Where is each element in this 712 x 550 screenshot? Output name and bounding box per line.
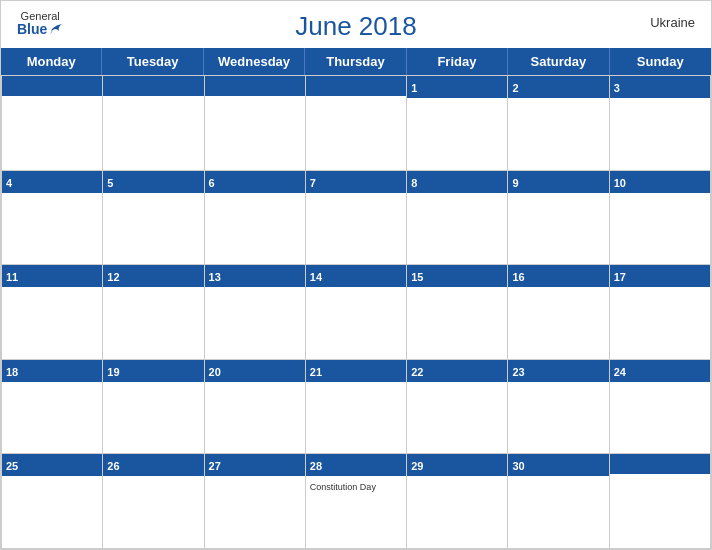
logo-blue-text: Blue <box>17 22 63 36</box>
holiday-label: Constitution Day <box>310 482 402 492</box>
cell-header: 28 <box>306 454 406 476</box>
calendar-cell: 5 <box>103 171 204 266</box>
calendar-cell <box>2 76 103 171</box>
cell-number: 28 <box>310 460 322 472</box>
cell-number: 7 <box>310 177 316 189</box>
cell-number: 9 <box>512 177 518 189</box>
cell-header <box>205 76 305 96</box>
cell-header: 23 <box>508 360 608 382</box>
cell-number: 20 <box>209 366 221 378</box>
calendar-cell <box>610 454 711 549</box>
cell-number: 23 <box>512 366 524 378</box>
calendar-cell: 17 <box>610 265 711 360</box>
cell-number: 2 <box>512 82 518 94</box>
cell-header: 3 <box>610 76 710 98</box>
calendar-cell: 4 <box>2 171 103 266</box>
cell-number: 10 <box>614 177 626 189</box>
cell-number: 3 <box>614 82 620 94</box>
calendar-cell: 20 <box>205 360 306 455</box>
cell-number: 18 <box>6 366 18 378</box>
country-label: Ukraine <box>650 15 695 30</box>
calendar-cell: 13 <box>205 265 306 360</box>
cell-number: 17 <box>614 271 626 283</box>
cell-header: 17 <box>610 265 710 287</box>
cell-header: 4 <box>2 171 102 193</box>
cell-number: 14 <box>310 271 322 283</box>
calendar-cell: 29 <box>407 454 508 549</box>
calendar-cell: 11 <box>2 265 103 360</box>
calendar-cell: 26 <box>103 454 204 549</box>
cell-number: 5 <box>107 177 113 189</box>
calendar-cell: 2 <box>508 76 609 171</box>
calendar-cell: 24 <box>610 360 711 455</box>
cell-number: 22 <box>411 366 423 378</box>
cell-number: 4 <box>6 177 12 189</box>
cell-header: 2 <box>508 76 608 98</box>
cell-header: 26 <box>103 454 203 476</box>
calendar-cell: 27 <box>205 454 306 549</box>
cell-number: 13 <box>209 271 221 283</box>
cell-header <box>306 76 406 96</box>
cell-header: 9 <box>508 171 608 193</box>
cell-header: 18 <box>2 360 102 382</box>
calendar-cell <box>205 76 306 171</box>
cell-number: 8 <box>411 177 417 189</box>
cell-header: 12 <box>103 265 203 287</box>
calendar-cell: 6 <box>205 171 306 266</box>
cell-header: 19 <box>103 360 203 382</box>
cell-header <box>103 76 203 96</box>
cell-number: 19 <box>107 366 119 378</box>
cell-header: 29 <box>407 454 507 476</box>
calendar-cell: 28Constitution Day <box>306 454 407 549</box>
cell-header: 30 <box>508 454 608 476</box>
calendar-cell: 22 <box>407 360 508 455</box>
day-name-friday: Friday <box>407 48 508 75</box>
cell-header: 5 <box>103 171 203 193</box>
cell-header: 11 <box>2 265 102 287</box>
cell-number: 29 <box>411 460 423 472</box>
calendar-cell: 21 <box>306 360 407 455</box>
day-name-saturday: Saturday <box>508 48 609 75</box>
cell-header: 14 <box>306 265 406 287</box>
calendar-cell <box>306 76 407 171</box>
calendar-cell: 1 <box>407 76 508 171</box>
cell-header: 24 <box>610 360 710 382</box>
cell-header: 1 <box>407 76 507 98</box>
calendar-grid: 1234567891011121314151617181920212223242… <box>1 75 711 549</box>
cell-header: 6 <box>205 171 305 193</box>
calendar-cell: 19 <box>103 360 204 455</box>
calendar-cell: 7 <box>306 171 407 266</box>
cell-header: 10 <box>610 171 710 193</box>
cell-header: 16 <box>508 265 608 287</box>
calendar-cell: 9 <box>508 171 609 266</box>
cell-header: 8 <box>407 171 507 193</box>
cell-number: 27 <box>209 460 221 472</box>
calendar-cell: 14 <box>306 265 407 360</box>
cell-header <box>610 454 710 474</box>
day-name-monday: Monday <box>1 48 102 75</box>
cell-number: 1 <box>411 82 417 94</box>
cell-number: 6 <box>209 177 215 189</box>
day-name-tuesday: Tuesday <box>102 48 203 75</box>
cell-header: 22 <box>407 360 507 382</box>
cell-number: 26 <box>107 460 119 472</box>
cell-number: 15 <box>411 271 423 283</box>
cell-number: 30 <box>512 460 524 472</box>
cell-header: 27 <box>205 454 305 476</box>
calendar-title: June 2018 <box>295 11 416 42</box>
cell-header: 15 <box>407 265 507 287</box>
cell-header <box>2 76 102 96</box>
cell-header: 21 <box>306 360 406 382</box>
calendar-cell: 3 <box>610 76 711 171</box>
calendar-cell: 23 <box>508 360 609 455</box>
calendar-cell: 15 <box>407 265 508 360</box>
calendar-cell: 18 <box>2 360 103 455</box>
logo: General Blue <box>17 11 63 36</box>
day-name-sunday: Sunday <box>610 48 711 75</box>
cell-number: 25 <box>6 460 18 472</box>
logo-bird-icon <box>49 23 63 35</box>
cell-header: 13 <box>205 265 305 287</box>
cell-header: 20 <box>205 360 305 382</box>
cell-number: 12 <box>107 271 119 283</box>
cell-number: 24 <box>614 366 626 378</box>
